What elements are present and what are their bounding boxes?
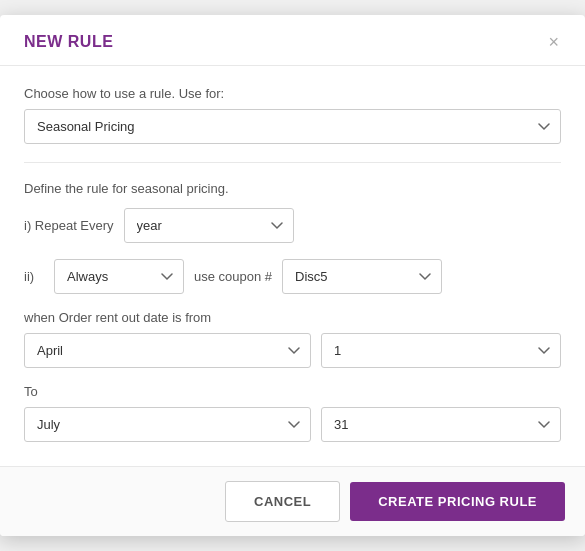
to-date-row: JanuaryFebruaryMarch AprilMayJune JulyAu… (24, 407, 561, 442)
from-date-row: JanuaryFebruaryMarch AprilMayJune JulyAu… (24, 333, 561, 368)
from-month-select[interactable]: JanuaryFebruaryMarch AprilMayJune JulyAu… (24, 333, 311, 368)
divider-1 (24, 162, 561, 163)
always-select[interactable]: Always Sometimes (54, 259, 184, 294)
modal-footer: CANCEL CREATE PRICING RULE (0, 466, 585, 536)
new-rule-modal: NEW RULE × Choose how to use a rule. Use… (0, 15, 585, 536)
always-prefix-label: ii) (24, 269, 44, 284)
to-day-select[interactable]: 12345 678910 1112131415 1617181920 21222… (321, 407, 561, 442)
choose-section: Choose how to use a rule. Use for: Seaso… (24, 86, 561, 144)
cancel-button[interactable]: CANCEL (225, 481, 340, 522)
define-rule-section: Define the rule for seasonal pricing. i)… (24, 181, 561, 442)
coupon-label: use coupon # (194, 269, 272, 284)
coupon-select[interactable]: Disc5 Disc10 Disc15 (282, 259, 442, 294)
modal-body: Choose how to use a rule. Use for: Seaso… (0, 66, 585, 466)
always-coupon-row: ii) Always Sometimes use coupon # Disc5 … (24, 259, 561, 294)
repeat-select[interactable]: year month week (124, 208, 294, 243)
from-day-select[interactable]: 12345 678910 1112131415 1617181920 21222… (321, 333, 561, 368)
modal-header: NEW RULE × (0, 15, 585, 66)
repeat-label: i) Repeat Every (24, 218, 114, 233)
rule-label: Define the rule for seasonal pricing. (24, 181, 561, 196)
close-button[interactable]: × (546, 33, 561, 51)
modal-title: NEW RULE (24, 33, 113, 51)
repeat-every-row: i) Repeat Every year month week (24, 208, 561, 243)
use-for-select[interactable]: Seasonal Pricing Discount Surcharge (24, 109, 561, 144)
from-label: when Order rent out date is from (24, 310, 561, 325)
to-month-select[interactable]: JanuaryFebruaryMarch AprilMayJune JulyAu… (24, 407, 311, 442)
create-pricing-rule-button[interactable]: CREATE PRICING RULE (350, 482, 565, 521)
choose-label: Choose how to use a rule. Use for: (24, 86, 561, 101)
to-label: To (24, 384, 561, 399)
to-section: To JanuaryFebruaryMarch AprilMayJune Jul… (24, 384, 561, 442)
